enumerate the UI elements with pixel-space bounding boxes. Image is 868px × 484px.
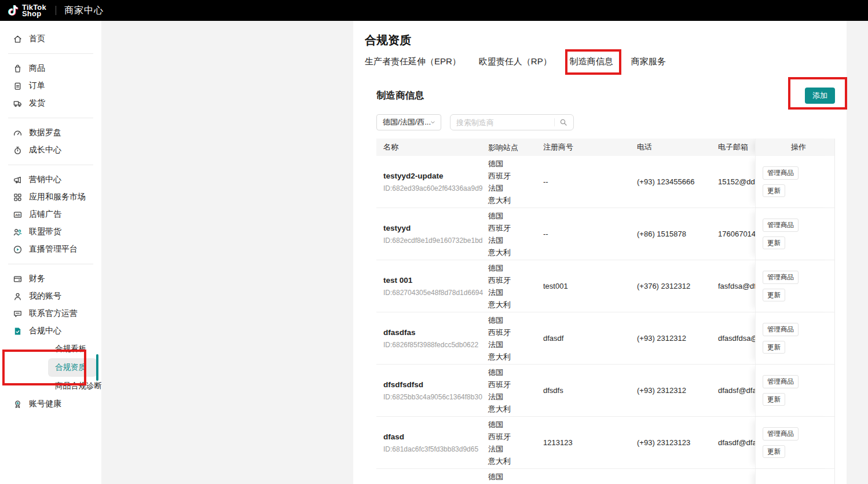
- table-row: testyyd2-updateID:682ed39ac60e2f64336aa9…: [376, 156, 834, 208]
- cell-registration-no: --: [543, 177, 637, 186]
- sidebar-item-account-health[interactable]: 账号健康: [0, 395, 101, 413]
- chevron-down-icon: [431, 121, 435, 124]
- tiktok-shop-logo[interactable]: TikTok Shop: [6, 3, 46, 17]
- site: 意大利: [488, 403, 543, 415]
- site: 意大利: [488, 351, 543, 363]
- sidebar-item-app-service-market[interactable]: 应用和服务市场: [0, 188, 101, 206]
- sidebar-item-marketing-center[interactable]: 营销中心: [0, 171, 101, 188]
- sidebar-item-compliance-center[interactable]: 合规中心: [0, 322, 101, 340]
- sidebar-subitem-label: 合规看板: [55, 344, 86, 354]
- update-button[interactable]: 更新: [763, 184, 785, 197]
- site: 德国: [488, 262, 543, 274]
- table-row: test 001ID:682704305e48f8d78d1d6694德国西班牙…: [376, 260, 834, 312]
- sidebar: 首页商品订单发货数据罗盘成长中心营销中心应用和服务市场AD店铺广告联盟带货直播管…: [0, 21, 101, 484]
- site: 德国: [488, 158, 543, 170]
- sidebar-subitem-label: 合规资质: [55, 362, 86, 373]
- site: 法国: [488, 339, 543, 351]
- manage-products-button[interactable]: 管理商品: [763, 219, 799, 231]
- growth-icon: [13, 145, 23, 155]
- sidebar-item-growth-center[interactable]: 成长中心: [0, 141, 101, 159]
- sidebar-subitem-product-compliance-check[interactable]: 商品合规诊断: [48, 377, 97, 395]
- cell-sites: 德国西班牙法国意大利: [488, 419, 543, 467]
- sidebar-item-affiliate[interactable]: 联盟带货: [0, 223, 101, 241]
- cell-actions: 管理商品更新: [755, 156, 834, 208]
- cell-phone: (+376) 2312312: [637, 282, 718, 290]
- cell-actions: [755, 469, 834, 484]
- topbar: TikTok Shop 商家中心: [0, 0, 868, 21]
- cell-phone: (+86) 1515878: [637, 230, 718, 238]
- sidebar-item-label: 数据罗盘: [29, 128, 61, 138]
- update-button[interactable]: 更新: [763, 236, 785, 249]
- section-title: 制造商信息: [376, 89, 424, 102]
- cell-registration-no: test001: [543, 282, 637, 290]
- sidebar-item-home[interactable]: 首页: [0, 30, 101, 48]
- sidebar-item-products[interactable]: 商品: [0, 60, 101, 77]
- manufacturer-name: dfasd: [383, 432, 488, 441]
- update-button[interactable]: 更新: [763, 341, 785, 354]
- account-icon: [13, 292, 23, 301]
- sidebar-item-label: 成长中心: [29, 145, 61, 155]
- cell-registration-no: --: [543, 230, 637, 238]
- site-filter-dropdown[interactable]: 德国/法国/西...: [376, 114, 441, 130]
- update-button[interactable]: 更新: [763, 393, 785, 406]
- manufacturer-id: ID:681dac6fc3f5fd3bb83d9d65: [383, 445, 488, 453]
- sidebar-item-finance[interactable]: 财务: [0, 270, 101, 288]
- manufacturer-name: dfsdfsdfsd: [383, 380, 488, 389]
- home-icon: [13, 34, 23, 44]
- sidebar-item-label: 联盟带货: [29, 227, 61, 237]
- manufacturer-name: dfasdfas: [383, 328, 488, 337]
- sidebar-item-label: 财务: [29, 274, 45, 284]
- cell-phone: (+93) 2312312: [637, 386, 718, 395]
- search-divider: [554, 118, 555, 126]
- manage-products-button[interactable]: 管理商品: [763, 375, 799, 388]
- update-button[interactable]: 更新: [763, 289, 785, 301]
- site: 意大利: [488, 194, 543, 206]
- sidebar-subitem-compliance-dashboard[interactable]: 合规看板: [48, 340, 97, 358]
- search-input[interactable]: [456, 118, 552, 127]
- sidebar-item-data-compass[interactable]: 数据罗盘: [0, 124, 101, 141]
- table-row: dfsdfsdfsdID:6825bb3c4a9056c1364f8b30德国西…: [376, 365, 834, 417]
- cell-sites: 德国西班牙法国意大利: [488, 366, 543, 415]
- apps-icon: [13, 192, 23, 202]
- sidebar-item-label: 首页: [29, 34, 45, 44]
- manage-products-button[interactable]: 管理商品: [763, 323, 799, 336]
- add-button[interactable]: 添加: [805, 88, 835, 104]
- sidebar-item-shop-ads[interactable]: AD店铺广告: [0, 206, 101, 223]
- site: 西班牙: [488, 274, 543, 286]
- sidebar-divider: [8, 53, 93, 54]
- update-button[interactable]: 更新: [763, 445, 785, 458]
- marketing-icon: [13, 175, 23, 185]
- sidebar-item-live-platform[interactable]: 直播管理平台: [0, 241, 101, 258]
- site: 法国: [488, 234, 543, 246]
- sidebar-item-orders[interactable]: 订单: [0, 77, 101, 94]
- manage-products-button[interactable]: 管理商品: [763, 427, 799, 440]
- site: 法国: [488, 286, 543, 299]
- table-row: 德国西班牙法国意大利: [376, 469, 834, 484]
- search-box[interactable]: [450, 114, 574, 130]
- site: 法国: [488, 182, 543, 194]
- site-filter-value: 德国/法国/西...: [383, 117, 431, 128]
- manage-products-button[interactable]: 管理商品: [763, 166, 799, 179]
- site: 德国: [488, 366, 543, 379]
- sidebar-subitem-label: 商品合规诊断: [55, 381, 101, 391]
- sidebar-item-label: 订单: [29, 81, 45, 91]
- cell-phone: (+93) 2312312: [637, 334, 718, 343]
- table-row: dfasdID:681dac6fc3f5fd3bb83d9d65德国西班牙法国意…: [376, 417, 834, 469]
- cell-phone: (+93) 123455666: [637, 177, 718, 186]
- sidebar-item-my-account[interactable]: 我的账号: [0, 288, 101, 305]
- column-header-3: 电话: [637, 142, 718, 152]
- tab-manufacturer-info[interactable]: 制造商信息: [570, 56, 613, 74]
- sidebar-subitem-compliance-qualification[interactable]: 合规资质: [48, 358, 97, 377]
- sidebar-item-contact-official[interactable]: 联系官方运营: [0, 305, 101, 322]
- topbar-divider: [56, 6, 56, 15]
- manufacturer-table: 名称影响站点注册商号电话电子邮箱操作 testyyd2-updateID:682…: [376, 139, 835, 484]
- cell-actions: 管理商品更新: [755, 417, 834, 468]
- manage-products-button[interactable]: 管理商品: [763, 271, 799, 283]
- tab-rp[interactable]: 欧盟责任人（RP）: [479, 56, 552, 74]
- site: 德国: [488, 314, 543, 326]
- tab-epr[interactable]: 生产者责任延伸（EPR）: [365, 56, 461, 74]
- site: 德国: [488, 471, 543, 483]
- tab-merchant-services[interactable]: 商家服务: [631, 56, 666, 74]
- sidebar-item-shipping[interactable]: 发货: [0, 94, 101, 112]
- cell-actions: 管理商品更新: [755, 208, 834, 260]
